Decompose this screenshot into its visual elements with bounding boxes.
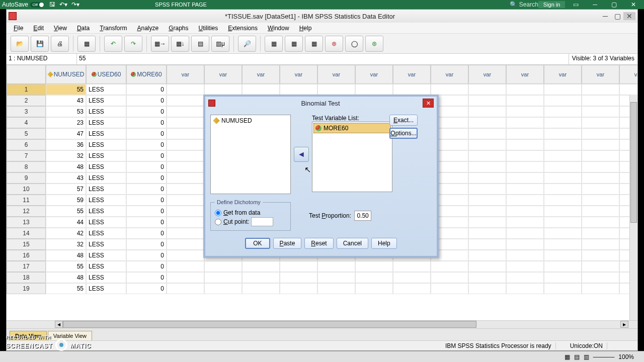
cell[interactable]: 0: [126, 84, 167, 95]
close-icon[interactable]: ✕: [625, 1, 642, 8]
spss-maximize-icon[interactable]: ▢: [611, 12, 623, 20]
column-header[interactable]: NUMUSED: [46, 65, 86, 84]
row-header[interactable]: 2: [7, 95, 46, 106]
dialog-titlebar[interactable]: Binomial Test ✕: [205, 97, 437, 110]
cell[interactable]: [544, 195, 582, 206]
column-header[interactable]: var: [317, 65, 355, 84]
cell[interactable]: [468, 250, 506, 261]
exact-button[interactable]: Exact...: [389, 115, 418, 126]
cell[interactable]: [167, 139, 204, 150]
cell[interactable]: [204, 84, 242, 95]
insert-cases-icon[interactable]: ▦: [265, 36, 283, 52]
insert-variable-icon[interactable]: ▦: [285, 36, 303, 52]
row-header[interactable]: 7: [7, 150, 46, 161]
cell[interactable]: [468, 206, 506, 217]
cell[interactable]: LESS: [86, 84, 126, 95]
cell[interactable]: 0: [126, 95, 167, 106]
cell[interactable]: [167, 161, 204, 172]
cell[interactable]: [582, 128, 619, 139]
column-header[interactable]: var: [544, 65, 582, 84]
test-proportion-input[interactable]: [354, 211, 371, 221]
cell[interactable]: LESS: [86, 161, 126, 172]
cell[interactable]: LESS: [86, 206, 126, 217]
cell[interactable]: 43: [46, 172, 86, 184]
help-button[interactable]: Help: [371, 238, 397, 249]
cell[interactable]: LESS: [86, 184, 126, 195]
cell[interactable]: [431, 272, 468, 283]
row-header[interactable]: 11: [7, 195, 46, 206]
cell[interactable]: [506, 172, 544, 184]
menu-window[interactable]: Window: [263, 25, 294, 32]
cell[interactable]: [506, 206, 544, 217]
cell[interactable]: [582, 161, 619, 172]
cell[interactable]: [167, 283, 204, 294]
cell[interactable]: [582, 250, 619, 261]
horizontal-scrollbar[interactable]: ◀ ▶: [7, 320, 637, 328]
cell[interactable]: [468, 128, 506, 139]
column-header[interactable]: var: [619, 65, 637, 84]
cell[interactable]: [544, 128, 582, 139]
cell[interactable]: [167, 272, 204, 283]
menu-data[interactable]: Data: [72, 25, 95, 32]
cell[interactable]: 0: [126, 217, 167, 228]
cell[interactable]: LESS: [86, 250, 126, 261]
cell[interactable]: [544, 184, 582, 195]
column-header[interactable]: var: [431, 65, 468, 84]
cell[interactable]: [506, 228, 544, 239]
cell[interactable]: [167, 184, 204, 195]
cell[interactable]: [468, 272, 506, 283]
autosave-toggle[interactable]: AutoSave Off: [2, 1, 44, 8]
cell[interactable]: [167, 150, 204, 161]
row-header[interactable]: 6: [7, 139, 46, 150]
cell[interactable]: [242, 84, 280, 95]
column-header[interactable]: var: [582, 65, 619, 84]
scroll-left-icon[interactable]: ◀: [55, 321, 63, 328]
cell[interactable]: [582, 117, 619, 128]
minimize-icon[interactable]: ─: [587, 1, 603, 8]
cell[interactable]: [506, 195, 544, 206]
cut-point-input[interactable]: [251, 217, 273, 226]
row-header[interactable]: 12: [7, 206, 46, 217]
row-header[interactable]: 13: [7, 217, 46, 228]
menu-help[interactable]: Help: [294, 25, 317, 32]
cell[interactable]: [167, 206, 204, 217]
find-icon[interactable]: 🔎: [238, 36, 256, 52]
cell[interactable]: 0: [126, 261, 167, 272]
reset-button[interactable]: Reset: [304, 238, 333, 249]
column-header[interactable]: var: [393, 65, 431, 84]
cell[interactable]: [544, 117, 582, 128]
select-cases-icon[interactable]: ◯: [345, 36, 363, 52]
cell[interactable]: [506, 217, 544, 228]
row-header[interactable]: 1: [7, 84, 46, 95]
move-variable-button[interactable]: ◄: [294, 147, 309, 162]
cell[interactable]: [431, 283, 468, 294]
cell[interactable]: [468, 117, 506, 128]
cell[interactable]: 0: [126, 283, 167, 294]
cell[interactable]: LESS: [86, 261, 126, 272]
test-variable-list[interactable]: MORE60: [312, 122, 392, 192]
cell[interactable]: 43: [46, 95, 86, 106]
ok-button[interactable]: OK: [245, 238, 270, 249]
cell[interactable]: [242, 272, 280, 283]
row-header[interactable]: 3: [7, 106, 46, 117]
cell[interactable]: [468, 150, 506, 161]
open-icon[interactable]: 📂: [11, 36, 29, 52]
cell[interactable]: [393, 84, 431, 95]
cell[interactable]: [468, 195, 506, 206]
cell[interactable]: 0: [126, 184, 167, 195]
cell[interactable]: [167, 217, 204, 228]
cell[interactable]: 44: [46, 217, 86, 228]
cell[interactable]: [582, 228, 619, 239]
cell[interactable]: [544, 239, 582, 250]
cell[interactable]: [242, 283, 280, 294]
cell[interactable]: [506, 161, 544, 172]
cell[interactable]: [506, 128, 544, 139]
column-header[interactable]: var: [242, 65, 280, 84]
view-break-icon[interactable]: ▥: [584, 353, 589, 360]
value-labels-icon[interactable]: ⊛: [365, 36, 383, 52]
cell[interactable]: [544, 172, 582, 184]
cell[interactable]: 48: [46, 272, 86, 283]
column-header[interactable]: var: [280, 65, 317, 84]
cell[interactable]: LESS: [86, 239, 126, 250]
cell[interactable]: [468, 172, 506, 184]
